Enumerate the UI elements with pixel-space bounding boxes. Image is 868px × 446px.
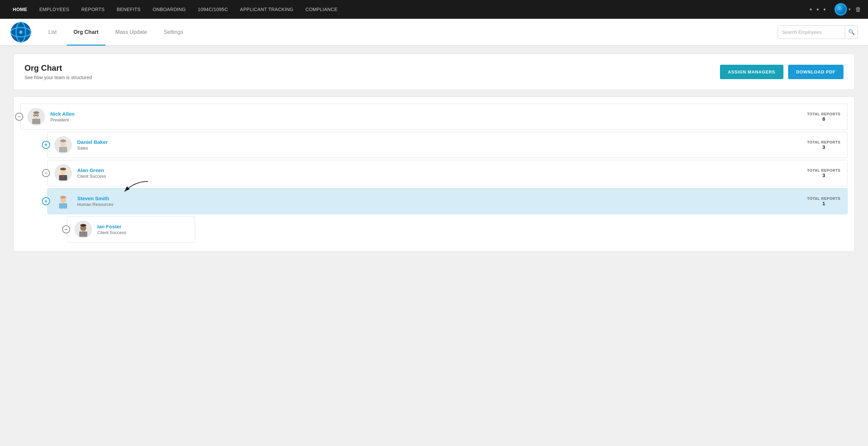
employee-dept-daniel-baker: Sales [77, 145, 108, 150]
sub-nav-tabs: List Org Chart Mass Update Settings [42, 19, 778, 45]
total-reports-label-nick-allen: TOTAL REPORTS [807, 112, 840, 116]
total-reports-count-steven-smith: 1 [807, 201, 840, 206]
svg-rect-22 [59, 203, 67, 209]
nav-reports[interactable]: REPORTS [75, 0, 111, 19]
svg-point-10 [33, 111, 39, 114]
employee-wrapper-nick-allen: − [21, 104, 847, 130]
toggle-alan-green[interactable]: − [42, 169, 50, 177]
svg-rect-26 [79, 231, 87, 237]
nav-1094c[interactable]: 1094C/1095C [192, 0, 234, 19]
svg-rect-5 [32, 119, 40, 124]
org-chart-action-buttons: ASSIGN MANAGERS DOWNLOAD PDF [720, 65, 844, 79]
employee-wrapper-alan-green: − Alan Green Client Success [47, 160, 847, 186]
sub-navigation: List Org Chart Mass Update Settings 🔍 [0, 19, 868, 45]
employee-name-steven-smith: Steven Smith [77, 196, 114, 201]
tab-mass-update[interactable]: Mass Update [109, 19, 154, 45]
trash-icon[interactable]: 🗑 [855, 6, 861, 13]
company-logo [10, 22, 32, 43]
total-reports-count-daniel-baker: 3 [807, 144, 840, 150]
avatar-svg-alan-green [54, 164, 72, 182]
nav-compliance[interactable]: COMPLIANCE [300, 0, 344, 19]
employee-name-daniel-baker: Daniel Baker [77, 139, 108, 145]
search-icon: 🔍 [848, 29, 855, 35]
avatar-svg-daniel-baker [54, 136, 72, 153]
avatar-ian-foster [74, 221, 92, 238]
org-chart-subtitle: See how your team is structured [25, 75, 92, 80]
employee-wrapper-daniel-baker: + Daniel Baker Sales TOTAL REPORTS [47, 132, 847, 158]
total-reports-label-alan-green: TOTAL REPORTS [807, 168, 840, 172]
employee-info-ian-foster: Ian Foster Client Success [97, 224, 126, 235]
nav-applicant-tracking[interactable]: APPLICANT TRACKING [234, 0, 300, 19]
avatar-globe-icon [835, 4, 846, 15]
employee-info-steven-smith: Steven Smith Human Resources [77, 196, 114, 207]
svg-point-28 [80, 224, 86, 227]
employee-dept-nick-allen: President [50, 117, 74, 123]
org-chart-title-block: Org Chart See how your team is structure… [25, 63, 92, 80]
toggle-daniel-baker[interactable]: + [42, 141, 50, 149]
nav-more-dots[interactable]: • • • [806, 6, 831, 13]
org-chart-header-card: Org Chart See how your team is structure… [13, 54, 855, 90]
nav-employees[interactable]: EMPLOYEES [33, 0, 75, 19]
search-input[interactable] [778, 26, 845, 39]
employee-dept-alan-green: Client Success [77, 174, 106, 179]
avatar-svg-steven-smith [54, 193, 72, 210]
total-reports-alan-green: TOTAL REPORTS 3 [807, 168, 840, 178]
total-reports-daniel-baker: TOTAL REPORTS 3 [807, 140, 840, 150]
toggle-ian-foster[interactable]: − [62, 225, 70, 233]
tab-org-chart[interactable]: Org Chart [67, 19, 105, 45]
avatar-caret-icon[interactable]: ▾ [848, 7, 850, 12]
avatar-nick-allen [28, 108, 45, 126]
main-content: Org Chart See how your team is structure… [0, 45, 868, 260]
tab-list[interactable]: List [42, 19, 63, 45]
employee-row-daniel-baker[interactable]: Daniel Baker Sales TOTAL REPORTS 3 [47, 132, 847, 158]
total-reports-count-alan-green: 3 [807, 172, 840, 178]
total-reports-label-daniel-baker: TOTAL REPORTS [807, 140, 840, 144]
avatar-alan-green [54, 164, 72, 182]
toggle-steven-smith[interactable]: + [42, 197, 50, 205]
employee-wrapper-steven-smith: + [47, 188, 847, 214]
avatar-svg-ian-foster [74, 221, 92, 238]
avatar-steven-smith [54, 193, 72, 210]
user-avatar[interactable] [834, 3, 847, 16]
avatar-svg-nick-allen [28, 108, 45, 126]
total-reports-count-nick-allen: 8 [807, 116, 840, 122]
avatar-daniel-baker [54, 136, 72, 153]
search-bar: 🔍 [778, 26, 858, 39]
download-pdf-button[interactable]: DOWNLOAD PDF [788, 65, 843, 79]
assign-managers-button[interactable]: ASSIGN MANAGERS [720, 65, 783, 79]
nav-benefits[interactable]: BENEFITS [111, 0, 147, 19]
svg-rect-12 [59, 147, 67, 152]
logo-svg [10, 22, 32, 43]
employee-info-nick-allen: Nick Allen President [50, 111, 74, 123]
svg-point-3 [19, 31, 23, 34]
employee-row-steven-smith[interactable]: Steven Smith Human Resources TOTAL REPOR… [47, 188, 847, 214]
toggle-nick-allen[interactable]: − [15, 113, 23, 121]
employee-dept-ian-foster: Client Success [97, 230, 126, 235]
svg-point-24 [60, 196, 66, 199]
total-reports-nick-allen: TOTAL REPORTS 8 [807, 112, 840, 122]
employee-row-ian-foster[interactable]: Ian Foster Client Success [67, 216, 195, 242]
employee-info-daniel-baker: Daniel Baker Sales [77, 139, 108, 150]
svg-point-19 [60, 168, 66, 170]
employee-row-nick-allen[interactable]: Nick Allen President TOTAL REPORTS 8 [21, 104, 847, 130]
total-reports-steven-smith: TOTAL REPORTS 1 [807, 197, 840, 206]
total-reports-label-steven-smith: TOTAL REPORTS [807, 197, 840, 201]
top-navigation: HOME EMPLOYEES REPORTS BENEFITS ONBOARDI… [0, 0, 868, 19]
org-tree-container: − [13, 97, 855, 251]
tab-settings[interactable]: Settings [157, 19, 190, 45]
search-button[interactable]: 🔍 [845, 26, 858, 39]
svg-point-14 [60, 139, 66, 142]
employee-info-alan-green: Alan Green Client Success [77, 167, 106, 179]
nav-onboarding[interactable]: ONBOARDING [147, 0, 192, 19]
employee-name-ian-foster: Ian Foster [97, 224, 126, 229]
employee-wrapper-ian-foster: − Ian Foster Client Success [67, 216, 847, 242]
org-chart-title: Org Chart [25, 63, 92, 73]
employee-name-nick-allen: Nick Allen [50, 111, 74, 117]
employee-row-alan-green[interactable]: Alan Green Client Success TOTAL REPORTS … [47, 160, 847, 186]
employee-dept-steven-smith: Human Resources [77, 202, 114, 207]
employee-name-alan-green: Alan Green [77, 167, 106, 173]
nav-home[interactable]: HOME [7, 0, 33, 19]
